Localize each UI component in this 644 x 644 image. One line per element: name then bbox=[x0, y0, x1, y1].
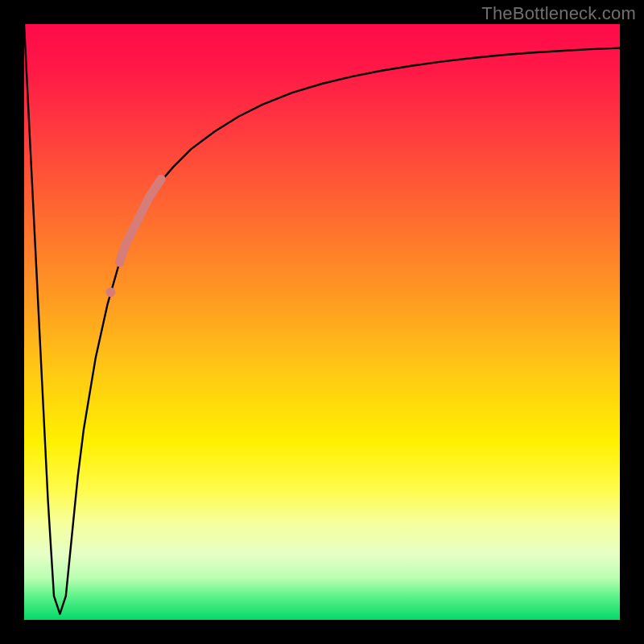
curve-layer bbox=[24, 24, 620, 620]
chart-stage: TheBottleneck.com bbox=[0, 0, 644, 644]
highlight-segment bbox=[119, 179, 161, 262]
bottleneck-curve bbox=[24, 24, 620, 614]
plot-area bbox=[24, 24, 620, 620]
watermark-label: TheBottleneck.com bbox=[481, 3, 636, 24]
highlight-dot bbox=[105, 287, 115, 297]
